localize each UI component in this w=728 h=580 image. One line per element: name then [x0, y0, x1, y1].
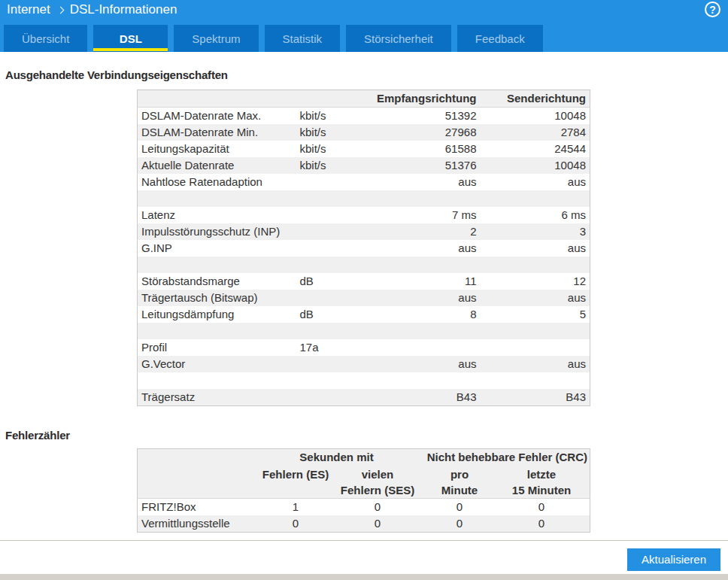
errors-table: Sekunden mit Nicht behebbare Fehler (CRC…	[137, 448, 590, 533]
table-row: DSLAM-Datenrate Min.kbit/s279682784	[138, 124, 590, 141]
col-header-senderichtung: Senderichtung	[481, 90, 590, 108]
errors-table-group-header-row: Sekunden mit Nicht behebbare Fehler (CRC…	[138, 449, 590, 466]
col-header-letzte-15: letzte 15 Minuten	[501, 466, 583, 499]
table-row: Trägertausch (Bitswap)ausaus	[138, 290, 590, 306]
breadcrumb-section[interactable]: Internet	[7, 2, 50, 17]
tab-spektrum[interactable]: Spektrum	[174, 25, 258, 52]
table-row	[138, 323, 590, 339]
section-title-errors: Fehlerzähler	[5, 430, 728, 442]
footer-bar	[0, 574, 728, 580]
chevron-right-icon	[56, 7, 64, 14]
tab-statistik[interactable]: Statistik	[265, 25, 341, 52]
table-row: Aktuelle Datenratekbit/s5137610048	[138, 157, 590, 174]
tab-uebersicht[interactable]: Übersicht	[4, 25, 87, 52]
table-row: StörabstandsmargedB1112	[138, 273, 590, 290]
main-content: Ausgehandelte Verbindungseigenschaften E…	[0, 69, 728, 571]
connection-table: Empfangsrichtung Senderichtung DSLAM-Dat…	[137, 90, 590, 406]
table-row: TrägersatzB43B43	[138, 389, 590, 406]
header-bar: Internet DSL-Informationen ? Übersicht D…	[0, 0, 728, 52]
table-row: LeitungsdämpfungdB85	[138, 306, 590, 323]
table-row: G.Vectorausaus	[138, 356, 590, 372]
table-row: Latenz7 ms6 ms	[138, 207, 590, 223]
col-header-empfangsrichtung: Empfangsrichtung	[369, 90, 481, 108]
table-row: G.INPausaus	[138, 240, 590, 257]
help-icon[interactable]: ?	[705, 2, 720, 17]
table-row: FRITZ!Box 1 0 0 0	[138, 499, 590, 516]
table-row	[138, 372, 590, 389]
section-title-connection: Ausgehandelte Verbindungseigenschaften	[5, 69, 728, 81]
table-row	[138, 257, 590, 273]
tab-stoersicherheit[interactable]: Störsicherheit	[346, 25, 451, 52]
tab-dsl[interactable]: DSL	[93, 25, 168, 52]
table-row: Vermittlungsstelle 0 0 0 0	[138, 515, 590, 533]
table-row: Leitungskapazitätkbit/s6158824544	[138, 141, 590, 157]
tab-feedback[interactable]: Feedback	[457, 25, 543, 52]
connection-table-header-row: Empfangsrichtung Senderichtung	[138, 90, 590, 108]
group-header-sekunden-mit: Sekunden mit	[255, 449, 419, 466]
refresh-button[interactable]: Aktualisieren	[627, 548, 720, 571]
bottom-divider	[0, 540, 728, 541]
table-row: Impulsstörungsschutz (INP)23	[138, 223, 590, 240]
col-header-es: Fehlern (ES)	[255, 466, 337, 499]
breadcrumb: Internet DSL-Informationen	[7, 0, 177, 20]
table-row: Profil17a	[138, 339, 590, 356]
tab-bar: Übersicht DSL Spektrum Statistik Störsic…	[4, 25, 543, 52]
table-row	[138, 190, 590, 207]
col-header-ses: vielen Fehlern (SES)	[337, 466, 419, 499]
group-header-crc: Nicht behebbare Fehler (CRC)	[419, 449, 590, 466]
col-header-pro-minute: pro Minute	[419, 466, 501, 499]
table-row: DSLAM-Datenrate Max.kbit/s5139210048	[138, 108, 590, 125]
page-title: DSL-Informationen	[70, 2, 177, 17]
button-row: Aktualisieren	[0, 548, 720, 571]
table-row: Nahtlose Ratenadaptionausaus	[138, 174, 590, 190]
errors-table-subheader-row: Fehlern (ES) vielen Fehlern (SES) pro Mi…	[138, 466, 590, 499]
